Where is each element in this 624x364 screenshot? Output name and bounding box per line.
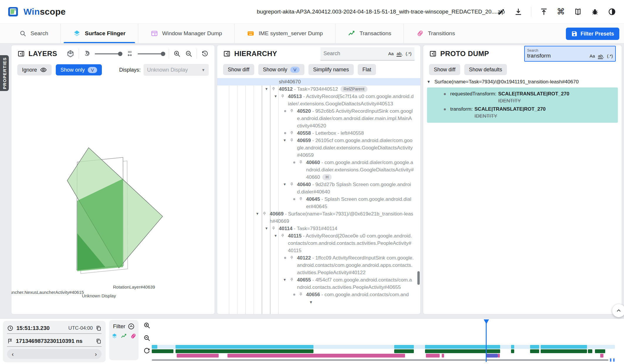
timeline-zoom-out-icon[interactable] — [143, 334, 151, 342]
pin-icon[interactable] — [298, 160, 303, 165]
pin-icon[interactable] — [271, 87, 276, 91]
proto-show-defaults-button[interactable]: Show defaults — [464, 64, 507, 75]
pin-icon[interactable] — [289, 131, 294, 135]
expand-arrow-icon[interactable]: ▼ — [427, 78, 431, 86]
transactions-track-segment[interactable] — [588, 349, 592, 353]
selected-transition-segment[interactable] — [486, 354, 498, 358]
tree-node[interactable]: ▼40115 - ActivityRecord{20ace0e u0 com.g… — [217, 232, 420, 254]
transactions-filter-icon[interactable] — [121, 333, 127, 339]
playhead-line[interactable] — [486, 319, 487, 362]
transitions-track-segment[interactable] — [498, 354, 500, 358]
transactions-track-segment[interactable] — [176, 349, 313, 353]
proto-root-node[interactable]: ▼ Surface(name=Task=7934)/@0x1941191_tra… — [423, 78, 622, 86]
expand-arrow-icon[interactable]: ▼ — [274, 232, 277, 240]
tree-node[interactable]: 40122 - 1ffcc09 ActivityRecordInputSink … — [217, 254, 420, 276]
tab-search[interactable]: Search — [7, 24, 60, 43]
edit-file-icon[interactable] — [497, 7, 506, 16]
filter-presets-button[interactable]: Filter Presets — [566, 28, 619, 40]
match-word-icon[interactable]: ab, — [598, 53, 604, 58]
surfaceflinger-track-segment[interactable] — [425, 345, 500, 349]
expand-arrow-icon[interactable]: ▼ — [274, 93, 277, 100]
pin-icon[interactable] — [289, 277, 294, 282]
transitions-filter-icon[interactable] — [130, 333, 136, 339]
transactions-track-segment[interactable] — [530, 349, 539, 353]
reset-view-icon[interactable] — [201, 50, 209, 58]
copy-icon[interactable] — [96, 338, 102, 344]
zoom-out-icon[interactable] — [185, 50, 193, 58]
tree-node[interactable]: ▼40114 - Task=7931#40114 — [217, 225, 420, 232]
transactions-track-segment[interactable] — [511, 349, 514, 353]
transitions-track-segment[interactable] — [227, 354, 405, 358]
proto-search-input[interactable]: Search transform Aa ab, (.*) — [524, 46, 616, 62]
surfaceflinger-track-segment[interactable] — [541, 345, 587, 349]
proto-property[interactable]: requestedTransform:SCALE|TRANSLATE|ROT_2… — [427, 90, 618, 105]
tree-node[interactable]: ▼40640 - 9d2d27b Splash Screen com.googl… — [217, 181, 420, 196]
pin-icon[interactable] — [289, 255, 294, 260]
surfaceflinger-track-segment[interactable] — [394, 345, 414, 349]
tree-node[interactable]: 40656 - com.google.android.contacts/com.… — [217, 291, 420, 306]
collapse-filter-icon[interactable] — [128, 323, 135, 330]
transitions-track-segment[interactable] — [426, 354, 440, 358]
tree-node[interactable]: sh#40670 — [217, 78, 420, 85]
tree-node[interactable]: 40660 - com.google.android.dialer/com.go… — [217, 159, 420, 181]
pin-icon[interactable] — [262, 211, 267, 216]
transactions-track-segment[interactable] — [425, 349, 500, 353]
proto-show-diff-button[interactable]: Show diff — [429, 64, 460, 75]
tree-node[interactable]: 40520 - 952c6b5 ActivityRecordInputSink … — [217, 107, 420, 129]
expand-arrow-icon[interactable]: ▼ — [265, 85, 268, 93]
hierarchy-search-input[interactable]: Search Aa ab, (.*) — [321, 47, 414, 60]
transactions-track-segment[interactable] — [541, 349, 587, 353]
documentation-icon[interactable] — [574, 7, 582, 16]
3d-view-icon[interactable] — [66, 50, 75, 58]
surfaceflinger-track-segment[interactable] — [176, 345, 313, 349]
next-frame-button[interactable]: › — [95, 351, 97, 358]
timeline-zoom-in-icon[interactable] — [143, 322, 151, 329]
hierarchy-show-diff-button[interactable]: Show diff — [223, 64, 254, 75]
match-regex-icon[interactable]: (.*) — [607, 53, 613, 58]
shortcuts-icon[interactable]: ⌘ — [556, 7, 565, 16]
timeline-scrollbar[interactable] — [152, 359, 608, 361]
pin-icon[interactable] — [298, 197, 303, 201]
match-case-icon[interactable]: Aa — [590, 53, 595, 58]
spacing-slider[interactable] — [138, 53, 165, 54]
match-word-icon[interactable]: ab, — [397, 51, 403, 56]
layers-3d-canvas[interactable]: RotationLayer#40639 xuslauncher.NexusLau… — [11, 107, 215, 313]
playhead-marker[interactable] — [484, 319, 489, 324]
expand-arrow-icon[interactable]: ▼ — [283, 137, 286, 144]
expand-arrow-icon[interactable]: ▼ — [283, 181, 286, 188]
pin-icon[interactable] — [280, 233, 285, 238]
tree-node[interactable]: ▼40659 - 26105cf com.google.android.dial… — [217, 137, 420, 159]
displays-dropdown[interactable]: Unknown Display ▼ — [144, 64, 209, 76]
rotation-slider[interactable] — [95, 53, 122, 54]
previous-frame-button[interactable]: ‹ — [12, 351, 14, 358]
pin-icon[interactable] — [289, 109, 294, 113]
scroll-to-top-button[interactable] — [612, 304, 624, 317]
tab-surface-flinger[interactable]: Surface Flinger — [60, 24, 138, 43]
expand-arrow-icon[interactable]: ▼ — [265, 225, 268, 232]
pin-icon[interactable] — [289, 182, 294, 187]
timeline-reset-zoom-icon[interactable] — [143, 347, 151, 354]
expand-arrow-icon[interactable]: ▼ — [283, 276, 286, 284]
tree-node[interactable]: ▼40669 - Surface(name=Task=7931)/@0x619e… — [217, 210, 420, 225]
match-case-icon[interactable]: Aa — [388, 51, 394, 56]
tab-ime-dump[interactable]: IME system_server Dump — [234, 24, 335, 43]
transitions-track-segment[interactable] — [177, 354, 218, 358]
layers-filter-icon[interactable] — [111, 333, 118, 339]
show-only-button[interactable]: Show only V — [56, 64, 102, 75]
simplify-names-button[interactable]: Simplify names — [308, 64, 354, 75]
pin-icon[interactable] — [271, 226, 276, 231]
properties-side-tab[interactable]: PROPERTIES — [0, 55, 9, 91]
surfaceflinger-track-segment[interactable] — [511, 345, 514, 349]
tree-node[interactable]: ▼40513 - ActivityRecord{5c7f14a u0 com.g… — [217, 93, 420, 107]
flat-button[interactable]: Flat — [358, 64, 376, 75]
zoom-in-icon[interactable] — [173, 50, 181, 58]
tab-transitions[interactable]: Transitions — [404, 24, 467, 43]
tree-node[interactable]: 40645 - Splash Screen com.google.android… — [217, 196, 420, 210]
upload-icon[interactable] — [539, 7, 548, 16]
chevron-down-icon[interactable]: ▼ — [309, 300, 313, 304]
ignore-button[interactable]: Ignore — [17, 64, 52, 75]
surfaceflinger-track-segment[interactable] — [530, 345, 539, 349]
tree-node[interactable]: ▼40655 - 4f54cf7 com.google.android.cont… — [217, 276, 420, 291]
match-regex-icon[interactable]: (.*) — [406, 51, 411, 56]
tab-window-manager-dump[interactable]: Window Manager Dump — [138, 24, 235, 43]
